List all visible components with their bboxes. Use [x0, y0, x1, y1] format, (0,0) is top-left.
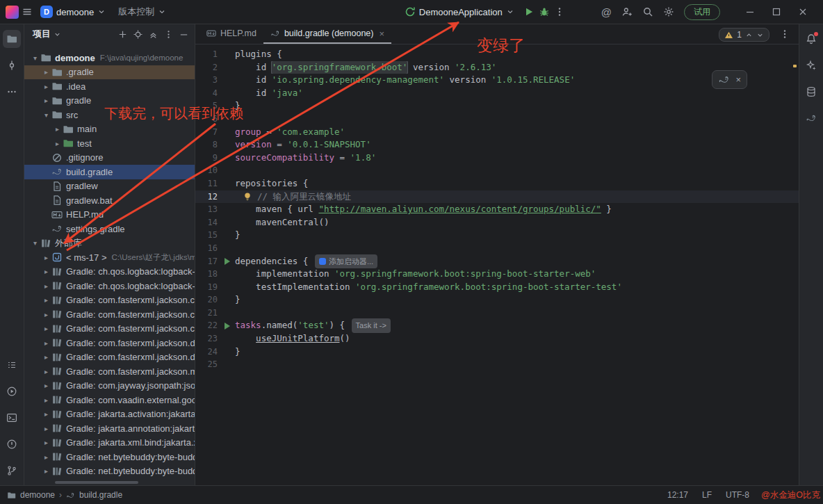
kebab-icon[interactable]: [163, 29, 174, 40]
tree-item[interactable]: ▸Gradle: ch.qos.logback:logback-core...: [24, 279, 195, 293]
tree-item[interactable]: ▸Gradle: com.fasterxml.jackson.module...: [24, 364, 195, 379]
code-with-me-icon[interactable]: [621, 6, 633, 17]
todo-tool-button[interactable]: [3, 356, 21, 374]
file-encoding[interactable]: UTF-8: [726, 490, 749, 500]
code-line[interactable]: 10: [195, 164, 799, 177]
tree-item[interactable]: ▾src: [24, 108, 195, 122]
ai-mention-icon[interactable]: @: [601, 6, 612, 18]
chevron-down-icon[interactable]: ▾: [30, 54, 40, 62]
tree-item[interactable]: ▸.gradle: [24, 65, 195, 80]
horizontal-scrollbar[interactable]: [55, 481, 138, 484]
run-line-icon[interactable]: [225, 258, 230, 265]
chevron-right-icon[interactable]: ▸: [41, 97, 51, 104]
chevron-right-icon[interactable]: ▸: [41, 268, 51, 275]
tab-options[interactable]: [771, 24, 799, 44]
code-line[interactable]: 4 id 'java': [195, 87, 799, 100]
tree-item[interactable]: ▸Gradle: jakarta.annotation:jakarta.ann.…: [24, 421, 195, 436]
code-line[interactable]: 18 implementation 'org.springframework.b…: [195, 268, 799, 281]
tree-item[interactable]: settings.gradle: [24, 222, 195, 236]
inlay-hint[interactable]: 添加启动器...: [315, 254, 377, 269]
chevron-right-icon[interactable]: ▸: [41, 83, 51, 90]
commit-tool-button[interactable]: [3, 56, 21, 74]
chevron-right-icon[interactable]: ▸: [41, 439, 51, 446]
code-line[interactable]: 9sourceCompatibility = '1.8': [195, 152, 799, 165]
debug-button[interactable]: [539, 6, 550, 17]
tree-item[interactable]: ▾外部库: [24, 236, 195, 251]
hide-panel-icon[interactable]: [179, 29, 189, 40]
plus-icon[interactable]: [117, 29, 128, 40]
chevron-right-icon[interactable]: ▸: [52, 140, 63, 147]
project-widget[interactable]: D demoone: [35, 3, 111, 21]
chevron-right-icon[interactable]: ▸: [41, 396, 51, 404]
tree-item[interactable]: gradlew: [24, 179, 195, 194]
tree-item[interactable]: ▸main: [24, 122, 195, 137]
code-line[interactable]: 23 useJUnitPlatform(): [195, 332, 799, 346]
tree-item[interactable]: ▸.idea: [24, 79, 195, 94]
ai-assistant-button[interactable]: [802, 56, 820, 74]
tree-item[interactable]: ▸Gradle: com.fasterxml.jackson.core:ja..…: [24, 307, 195, 322]
run-button[interactable]: [523, 6, 535, 17]
code-editor[interactable]: 1plugins {2 id 'org.springframework.boot…: [195, 44, 799, 485]
chevron-right-icon[interactable]: ▸: [41, 339, 51, 347]
chevron-right-icon[interactable]: ▸: [41, 325, 51, 332]
code-line[interactable]: 14 mavenCentral(): [195, 216, 799, 229]
tree-item[interactable]: ▸Gradle: com.fasterxml.jackson.datatyp..…: [24, 350, 195, 365]
run-line-icon[interactable]: [225, 323, 230, 330]
code-line[interactable]: 16: [195, 242, 799, 255]
run-config-selector[interactable]: DemooneApplication: [400, 3, 519, 20]
tree-item[interactable]: ▸Gradle: ch.qos.logback:logback-class...: [24, 265, 195, 279]
gradle-notification-toast[interactable]: ×: [712, 70, 747, 89]
chevron-right-icon[interactable]: ▸: [41, 368, 51, 375]
line-ending[interactable]: LF: [702, 490, 712, 500]
error-stripe-warning-mark[interactable]: [793, 65, 797, 67]
tree-item[interactable]: ▸Gradle: com.fasterxml.jackson.datatyp..…: [24, 336, 195, 350]
code-line[interactable]: 8version = '0.0.1-SNAPSHOT': [195, 138, 799, 152]
chevron-down-icon[interactable]: [54, 31, 61, 38]
more-actions-icon[interactable]: [554, 6, 565, 17]
collapse-all-icon[interactable]: [148, 29, 158, 40]
tree-item[interactable]: build.gradle: [24, 165, 195, 179]
tree-item[interactable]: ▸Gradle: net.bytebuddy:byte-buddy:1.1...: [24, 450, 195, 464]
code-line[interactable]: 20}: [195, 293, 799, 307]
chevron-down-icon[interactable]: ▾: [41, 111, 51, 119]
trial-button[interactable]: 试用: [684, 4, 720, 20]
services-tool-button[interactable]: [3, 382, 21, 400]
code-line[interactable]: 19 testImplementation 'org.springframewo…: [195, 281, 799, 294]
gradle-tool-button[interactable]: [802, 109, 820, 127]
tree-item[interactable]: ▸< ms-17 >C:\Users\赵子龙\.jdks\ms-...: [24, 250, 195, 265]
chevron-right-icon[interactable]: ▸: [41, 353, 51, 361]
tree-item[interactable]: ▸gradle: [24, 94, 195, 108]
settings-gear-icon[interactable]: [663, 6, 674, 17]
code-line[interactable]: 12// 输入阿里云镜像地址: [195, 190, 799, 204]
tab-build-gradle[interactable]: build.gradle (demoone) ×: [263, 24, 391, 44]
database-button[interactable]: [802, 83, 820, 101]
code-line[interactable]: 25: [195, 358, 799, 371]
project-tool-button[interactable]: [3, 30, 21, 48]
intention-bulb-icon[interactable]: [242, 191, 253, 202]
chevron-up-icon[interactable]: [745, 31, 753, 39]
tree-item[interactable]: gradlew.bat: [24, 193, 195, 208]
code-line[interactable]: 13 maven { url "http://maven.aliyun.com/…: [195, 203, 799, 216]
tree-item[interactable]: ▾demooneF:\java\qujing\demoone: [24, 51, 195, 65]
search-icon[interactable]: [642, 6, 653, 17]
chevron-down-icon[interactable]: ▾: [30, 239, 40, 247]
chevron-right-icon[interactable]: ▸: [41, 68, 51, 76]
inspections-widget[interactable]: 1: [719, 28, 769, 42]
breadcrumb-project[interactable]: demoone: [20, 490, 55, 500]
maximize-button[interactable]: [763, 1, 790, 22]
chevron-right-icon[interactable]: ▸: [41, 311, 51, 318]
notifications-button[interactable]: [802, 30, 820, 48]
code-line[interactable]: 22tasks.named('test') { Task it ->: [195, 319, 799, 332]
code-line[interactable]: 11repositories {: [195, 177, 799, 190]
chevron-right-icon[interactable]: ▸: [41, 254, 51, 261]
code-line[interactable]: 17dependencies { 添加启动器...: [195, 255, 799, 268]
close-icon[interactable]: ×: [735, 74, 741, 85]
vcs-widget[interactable]: 版本控制: [113, 3, 171, 21]
problems-tool-button[interactable]: [3, 435, 21, 453]
code-line[interactable]: 3 id 'io.spring.dependency-management' v…: [195, 74, 799, 87]
chevron-right-icon[interactable]: ▸: [41, 467, 51, 475]
git-tool-button[interactable]: [3, 462, 21, 480]
terminal-tool-button[interactable]: [3, 409, 21, 427]
locate-icon[interactable]: [133, 29, 143, 40]
tree-item[interactable]: ▸Gradle: com.vaadin.external.google:an..…: [24, 393, 195, 407]
